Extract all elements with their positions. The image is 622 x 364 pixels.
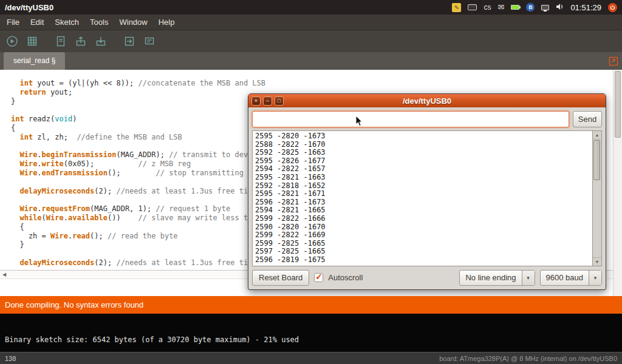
stop-button[interactable] [24, 33, 40, 49]
code-line: int yout = (yl|(yh << 8)); //concatenate… [11, 79, 265, 88]
session-power-icon[interactable] [608, 3, 617, 12]
code-line: delayMicroseconds(2); //needs at least 1… [11, 187, 265, 196]
serial-monitor-titlebar[interactable]: /dev/ttyUSB0 × – □ [248, 94, 606, 107]
maximize-icon[interactable]: □ [275, 96, 284, 106]
checkbox-check-icon: ✓ [315, 272, 323, 281]
line-ending-value: No line ending [460, 271, 521, 285]
serial-line: 2595 -2821 -1671 [255, 190, 592, 198]
new-sketch-button[interactable] [53, 33, 69, 49]
baud-rate-dropdown[interactable]: 9600 baud ▾ [540, 270, 602, 286]
chevron-down-icon[interactable]: ▾ [589, 271, 601, 285]
tab-serial-read[interactable]: serial_read § [4, 52, 65, 70]
volume-icon[interactable] [556, 2, 564, 13]
menu-item-tools[interactable]: Tools [84, 15, 114, 30]
serial-line: 2594 -2821 -1665 [255, 206, 592, 215]
close-icon[interactable]: × [251, 96, 261, 106]
code-line: Wire.beginTransmission(MAG_ADDR); // tra… [11, 150, 265, 160]
code-line [11, 195, 265, 204]
chevron-down-icon[interactable]: ▾ [522, 271, 535, 285]
scrollbar-thumb[interactable] [593, 140, 600, 180]
serial-line: 2596 -2821 -1673 [255, 198, 592, 207]
code-line [11, 249, 265, 258]
serial-line: 2592 -2818 -1652 [255, 182, 592, 190]
serial-line: 2595 -2821 -1663 [255, 174, 592, 182]
menu-item-edit[interactable]: Edit [25, 15, 49, 30]
desktop: /dev/ttyUSB0 ✎ cs ✉ B 01:51:29 FileEditS… [0, 0, 622, 364]
scroll-left-icon[interactable]: ◀ [2, 272, 6, 277]
tab-menu-icon[interactable] [608, 56, 618, 66]
serial-monitor-window: /dev/ttyUSB0 × – □ Send 2595 -2820 -1673… [248, 93, 606, 290]
serial-monitor-controls: Reset Board ✓ Autoscroll No line ending … [252, 269, 602, 286]
code-line: delayMicroseconds(2); //needs at least 1… [11, 258, 265, 268]
code-line [11, 106, 265, 115]
ide-footer: 138 board: ATmega328P(A) @ 8 MHz (intern… [0, 352, 622, 364]
code-line: } [11, 97, 265, 106]
battery-icon[interactable] [511, 5, 519, 10]
serial-line: 2596 -2819 -1675 [255, 256, 592, 265]
menu-item-sketch[interactable]: Sketch [49, 15, 84, 30]
minimize-icon[interactable]: – [263, 96, 272, 106]
serial-output: 2595 -2820 -16732588 -2822 -16702592 -28… [255, 132, 592, 266]
serial-line: 2595 -2826 -1677 [255, 157, 592, 166]
serial-line: 2597 -2825 -1665 [255, 248, 592, 256]
network-icon[interactable] [541, 5, 549, 10]
keyboard-layout-indicator[interactable]: cs [484, 3, 491, 12]
serial-monitor-button[interactable] [142, 33, 157, 49]
code-line: int readz(void) [11, 115, 265, 124]
code-line: { [11, 223, 265, 232]
toolbar [0, 30, 622, 52]
save-button[interactable] [93, 33, 109, 49]
scroll-down-icon[interactable]: ▼ [593, 257, 601, 266]
top-panel: /dev/ttyUSB0 ✎ cs ✉ B 01:51:29 [0, 0, 622, 15]
code-line: Wire.endTransmission(); // stop transmit… [11, 169, 265, 178]
code-area[interactable]: int yout = (yl|(yh << 8)); //concatenate… [11, 79, 265, 268]
reset-board-button[interactable]: Reset Board [252, 270, 309, 286]
serial-input[interactable] [252, 111, 569, 127]
serial-line: 2594 -2822 -1657 [255, 165, 592, 174]
serial-scrollbar[interactable]: ▲ ▼ [592, 131, 601, 266]
mail-icon[interactable]: ✉ [497, 3, 504, 12]
serial-line: 2599 -2825 -1665 [255, 240, 592, 248]
serial-line: 2588 -2822 -1670 [255, 141, 592, 149]
system-tray: ✎ cs ✉ B 01:51:29 [452, 2, 622, 13]
serial-output-area: 2595 -2820 -16732588 -2822 -16702592 -28… [252, 130, 602, 266]
upload-button[interactable] [121, 33, 137, 49]
serial-monitor-body: Send 2595 -2820 -16732588 -2822 -1670259… [248, 107, 606, 289]
menu-item-help[interactable]: Help [153, 15, 180, 30]
code-line: return yout; [11, 88, 265, 97]
baud-rate-value: 9600 baud [541, 271, 589, 285]
serial-input-row: Send [252, 111, 602, 127]
serial-line: 2592 -2825 -1663 [255, 149, 592, 157]
board-info: board: ATmega328P(A) @ 8 MHz (internal) … [439, 355, 617, 362]
window-controls: × – □ [251, 96, 284, 106]
menubar: FileEditSketchToolsWindowHelp [0, 15, 622, 30]
code-line: Wire.requestFrom(MAG_ADDR, 1); // reques… [11, 204, 265, 214]
notes-icon[interactable]: ✎ [452, 3, 461, 12]
code-line: } [11, 240, 265, 249]
serial-line: 2595 -2820 -1673 [255, 132, 592, 141]
keyboard-icon[interactable] [468, 4, 477, 10]
menu-item-file[interactable]: File [1, 15, 25, 30]
autoscroll-checkbox[interactable]: ✓ [314, 273, 323, 282]
open-button[interactable] [73, 33, 89, 49]
code-line: int zl, zh; //define the MSB and LSB [11, 133, 265, 142]
scrollbar-thumb[interactable] [615, 71, 621, 138]
code-line: { [11, 124, 265, 133]
code-line: while(Wire.available()) // slave may wri… [11, 214, 265, 223]
send-button[interactable]: Send [573, 111, 602, 127]
verify-button[interactable] [4, 33, 20, 49]
serial-line: 2599 -2822 -1669 [255, 231, 592, 240]
code-line [11, 178, 265, 187]
bluetooth-icon[interactable]: B [526, 3, 535, 12]
serial-line: 2599 -2822 -1666 [255, 215, 592, 223]
clock[interactable]: 01:51:29 [570, 3, 601, 12]
scroll-up-icon[interactable]: ▲ [593, 131, 601, 140]
code-line: zh = Wire.read(); // read the byte [11, 232, 265, 241]
build-console: Binary sketch size: 6542 bytes (of a 307… [0, 314, 622, 352]
build-console-text: Binary sketch size: 6542 bytes (of a 307… [5, 335, 299, 344]
editor-vertical-scrollbar[interactable] [613, 70, 622, 296]
code-line: Wire.write(0x05); // z MSB reg [11, 160, 265, 169]
menu-item-window[interactable]: Window [114, 15, 152, 30]
line-ending-dropdown[interactable]: No line ending ▾ [459, 270, 535, 286]
serial-monitor-title: /dev/ttyUSB0 [248, 96, 606, 106]
